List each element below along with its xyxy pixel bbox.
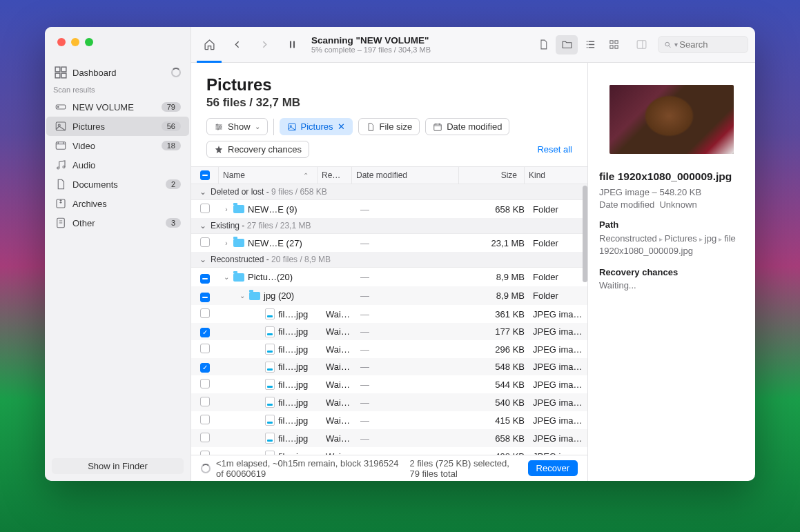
date-column-header[interactable]: Date modified <box>352 167 459 184</box>
row-checkbox[interactable] <box>200 328 210 337</box>
row-kind: JPEG ima… <box>529 325 587 338</box>
file-size-filter-button[interactable]: File size <box>358 118 420 135</box>
chevron-right-icon[interactable]: › <box>223 239 230 247</box>
sidebar-item-pictures[interactable]: Pictures 56 <box>46 117 189 136</box>
name-column-header[interactable]: Name⌃ <box>219 167 318 184</box>
row-filename: fil….jpg <box>278 344 308 355</box>
view-list-button[interactable] <box>579 35 601 55</box>
sidebar-item-badge: 56 <box>162 121 181 131</box>
row-size: 415 KB <box>463 414 529 427</box>
maximize-window-button[interactable] <box>85 38 93 46</box>
row-recovery: Waiti… <box>322 343 356 356</box>
row-date: — <box>356 289 463 302</box>
sidebar-item-archives[interactable]: Archives <box>46 194 189 213</box>
search-input[interactable] <box>679 39 742 50</box>
row-checkbox[interactable] <box>200 451 210 455</box>
jpg-file-icon <box>265 344 275 355</box>
group-header[interactable]: ⌄ Reconstructed - 20 files / 8,9 MB <box>191 252 587 268</box>
show-in-finder-button[interactable]: Show in Finder <box>52 458 184 474</box>
table-row[interactable]: fil….jpg Waiti… — 177 KB JPEG ima… <box>191 323 587 340</box>
table-row[interactable]: fil….jpg Waiti… — 540 KB JPEG ima… <box>191 393 587 411</box>
pictures-filter-pill[interactable]: Pictures ✕ <box>280 118 353 135</box>
preview-path-value: Reconstructed▸Pictures▸jpg▸file 1920x108… <box>599 233 744 257</box>
recover-button[interactable]: Recover <box>528 460 578 476</box>
row-checkbox[interactable] <box>200 433 210 442</box>
sidebar-item-video[interactable]: Video 18 <box>46 136 189 155</box>
table-row[interactable]: fil….jpg Waiti… — 296 KB JPEG ima… <box>191 340 587 358</box>
row-checkbox[interactable] <box>200 308 210 318</box>
sidebar-item-drive[interactable]: NEW VOLUME 79 <box>46 97 189 117</box>
pause-scan-button[interactable] <box>281 35 303 55</box>
row-checkbox[interactable] <box>200 379 210 388</box>
chevron-right-icon[interactable]: › <box>223 206 230 213</box>
table-row[interactable]: ›NEW…E (27) — 23,1 MB Folder <box>191 234 587 252</box>
selection-status-text: 2 files (725 KB) selected, 79 files tota… <box>409 458 519 479</box>
group-header[interactable]: ⌄ Deleted or lost - 9 files / 658 KB <box>191 184 587 200</box>
row-kind: Folder <box>529 289 587 302</box>
row-size: 296 KB <box>463 343 529 356</box>
table-row[interactable]: fil….jpg Waiti… — 415 KB JPEG ima… <box>191 411 587 429</box>
folder-icon <box>249 292 260 300</box>
sidebar-item-other[interactable]: Other 3 <box>46 213 189 233</box>
row-filename: fil….jpg <box>278 433 308 444</box>
table-row[interactable]: fil….jpg Waiti… — 498 KB JPEG ima… <box>191 447 587 455</box>
row-date: — <box>356 343 463 356</box>
sidebar-toggle-button[interactable] <box>630 35 652 55</box>
table-row[interactable]: fil….jpg Waiti… — 361 KB JPEG ima… <box>191 305 587 323</box>
table-row[interactable]: ⌄jpg (20) — 8,9 MB Folder <box>191 286 587 305</box>
disclosure-icon[interactable]: ⌄ <box>199 187 206 197</box>
home-button[interactable] <box>198 35 220 55</box>
sidebar-item-documents[interactable]: Documents 2 <box>46 175 189 194</box>
traffic-lights <box>45 27 191 63</box>
chevron-down-icon[interactable]: ⌄ <box>223 273 230 281</box>
table-row[interactable]: fil….jpg Waiti… — 658 KB JPEG ima… <box>191 429 587 447</box>
forward-button[interactable] <box>253 35 275 55</box>
row-checkbox[interactable] <box>200 293 210 302</box>
search-box[interactable]: ▾ <box>658 36 748 53</box>
preview-meta: JPEG image – 548.20 KB <box>599 187 744 197</box>
row-recovery: Waiti… <box>322 396 356 409</box>
path-separator-icon: ▸ <box>719 235 722 243</box>
view-grid-button[interactable] <box>603 35 625 55</box>
disclosure-icon[interactable]: ⌄ <box>199 255 206 264</box>
sidebar-dashboard[interactable]: Dashboard <box>46 63 189 82</box>
row-size: 498 KB <box>463 450 529 455</box>
back-button[interactable] <box>226 35 248 55</box>
table-row[interactable]: ⌄Pictu…(20) — 8,9 MB Folder <box>191 268 587 286</box>
recovery-chances-filter-button[interactable]: Recovery chances <box>206 141 309 158</box>
vertical-scrollbar[interactable] <box>583 186 587 282</box>
row-checkbox[interactable] <box>200 274 210 284</box>
date-modified-filter-button[interactable]: Date modified <box>425 118 509 135</box>
view-folders-button[interactable] <box>556 35 578 55</box>
svg-rect-17 <box>609 46 612 48</box>
reset-all-button[interactable]: Reset all <box>537 144 572 155</box>
row-date: — <box>356 360 463 373</box>
row-checkbox[interactable] <box>200 397 210 406</box>
recovery-column-header[interactable]: Re…es <box>318 167 352 184</box>
chevron-down-icon[interactable]: ⌄ <box>239 292 246 299</box>
other-icon <box>55 217 67 229</box>
row-checkbox[interactable] <box>200 415 210 424</box>
kind-column-header[interactable]: Kind <box>525 167 583 184</box>
row-checkbox[interactable] <box>200 237 210 247</box>
close-icon[interactable]: ✕ <box>338 121 345 132</box>
row-checkbox[interactable] <box>200 344 210 353</box>
select-all-column[interactable] <box>191 167 219 184</box>
sidebar-item-audio[interactable]: Audio <box>46 155 189 175</box>
table-row[interactable]: ›NEW…E (9) — 658 KB Folder <box>191 200 587 218</box>
minimize-window-button[interactable] <box>71 38 79 46</box>
group-header[interactable]: ⌄ Existing - 27 files / 23,1 MB <box>191 218 587 234</box>
row-date: — <box>356 396 463 409</box>
sidebar-item-badge: 3 <box>166 218 181 228</box>
table-row[interactable]: fil….jpg Waiti… — 544 KB JPEG ima… <box>191 375 587 393</box>
select-all-checkbox[interactable] <box>200 170 210 180</box>
show-filter-button[interactable]: Show ⌄ <box>206 118 268 135</box>
table-row[interactable]: fil….jpg Waiti… — 548 KB JPEG ima… <box>191 358 587 375</box>
row-checkbox[interactable] <box>200 363 210 373</box>
size-column-header[interactable]: Size <box>459 167 525 184</box>
row-date: — <box>356 203 463 216</box>
close-window-button[interactable] <box>57 38 66 46</box>
view-files-button[interactable] <box>532 35 554 55</box>
row-checkbox[interactable] <box>200 204 210 213</box>
disclosure-icon[interactable]: ⌄ <box>199 221 206 230</box>
